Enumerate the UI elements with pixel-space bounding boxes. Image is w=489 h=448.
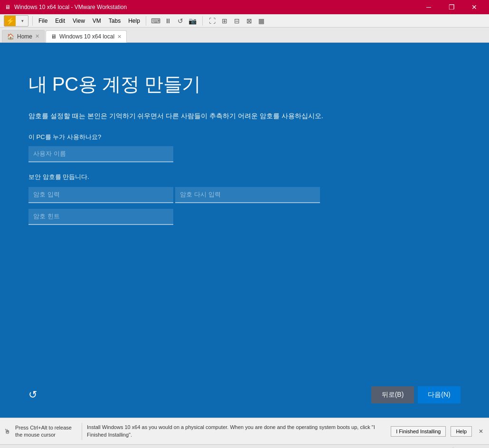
power-icon[interactable]: ⚡ [4, 16, 16, 26]
menu-tabs[interactable]: Tabs [105, 16, 124, 26]
minimize-button[interactable]: ─ [418, 0, 440, 14]
window-controls: ─ ❐ ✕ [418, 0, 485, 14]
ctrl-alt-del-icon[interactable]: ⌨ [150, 16, 161, 26]
stretch-icon[interactable]: ⊠ [244, 16, 255, 26]
home-icon: 🏠 [7, 33, 14, 40]
snapshot-icon[interactable]: 📷 [187, 16, 198, 26]
password-confirm-input[interactable] [175, 187, 320, 203]
status-close-button[interactable]: ✕ [477, 427, 485, 436]
setup-content: 내 PC용 계정 만들기 암호를 설정할 때는 본인은 기억하기 쉬우면서 다른… [28, 43, 461, 418]
menu-vm[interactable]: VM [89, 16, 105, 26]
menu-edit[interactable]: Edit [51, 16, 69, 26]
close-button[interactable]: ✕ [463, 0, 485, 14]
taskbar: To return to your computer, press Ctrl+A… [0, 444, 489, 448]
username-input[interactable] [28, 146, 173, 162]
separator-1 [32, 16, 33, 26]
restore-button[interactable]: ❐ [441, 0, 462, 14]
setup-navigation: ↺ 뒤로(B) 다음(N) [0, 386, 489, 403]
toolbar-group-1: ⌨ ⏸ ↺ 📷 [150, 16, 198, 26]
refresh-icon[interactable]: ↺ [28, 389, 37, 401]
menu-bar: ⚡ ▾ File Edit View VM Tabs Help ⌨ ⏸ ↺ 📷 … [0, 14, 489, 28]
password-section: 보안 암호를 만듭니다. [28, 173, 461, 231]
app-icon: 🖥 [4, 3, 11, 11]
power-chevron[interactable]: ▾ [17, 16, 28, 26]
toolbar-group-2: ⛶ ⊞ ⊟ ⊠ ▦ [207, 16, 267, 26]
separator-3 [202, 16, 203, 26]
menu-view[interactable]: View [69, 16, 89, 26]
help-button[interactable]: Help [451, 426, 472, 437]
rewind-icon[interactable]: ↺ [175, 16, 186, 26]
setup-subtitle: 암호를 설정할 때는 본인은 기억하기 쉬우면서 다른 사람들이 추측하기 어려… [28, 112, 461, 121]
tab-home-close[interactable]: ✕ [35, 33, 39, 39]
title-bar: 🖥 Windows 10 x64 local - VMware Workstat… [0, 0, 489, 14]
window-title: Windows 10 x64 local - VMware Workstatio… [14, 4, 418, 10]
unity-icon[interactable]: ⊞ [219, 16, 230, 26]
tab-home[interactable]: 🏠 Home ✕ [2, 30, 45, 42]
pause-icon[interactable]: ⏸ [162, 16, 174, 26]
next-button[interactable]: 다음(N) [418, 386, 461, 403]
fullscreen-icon[interactable]: ⛶ [207, 16, 218, 26]
tab-vm-label: Windows 10 x64 local [59, 33, 114, 40]
vm-screen: 내 PC용 계정 만들기 암호를 설정할 때는 본인은 기억하기 쉬우면서 다른… [0, 43, 489, 418]
tab-vm[interactable]: 🖥 Windows 10 x64 local ✕ [46, 30, 127, 43]
status-bar: 🖱 Press Ctrl+Alt to release the mouse cu… [0, 418, 489, 444]
status-message: Install Windows 10 x64 as you would on a… [87, 424, 386, 439]
tab-vm-close[interactable]: ✕ [117, 34, 122, 40]
tab-home-label: Home [17, 33, 32, 40]
page-title: 내 PC용 계정 만들기 [28, 71, 461, 97]
password-hint-input[interactable] [28, 209, 173, 225]
ctrl-alt-text: Press Ctrl+Alt to release the mouse curs… [15, 424, 77, 438]
tab-bar: 🏠 Home ✕ 🖥 Windows 10 x64 local ✕ [0, 28, 489, 43]
nav-buttons: 뒤로(B) 다음(N) [371, 386, 461, 403]
vm-icon: 🖥 [51, 33, 56, 40]
password-input[interactable] [28, 187, 173, 203]
password-section-label: 보안 암호를 만듭니다. [28, 173, 461, 181]
console-icon[interactable]: ▦ [256, 16, 267, 26]
finished-installing-button[interactable]: I Finished Installing [391, 426, 446, 437]
power-controls: ⚡ ▾ [4, 15, 28, 27]
mouse-cursor-icon: 🖱 [4, 428, 10, 435]
split-icon[interactable]: ⊟ [231, 16, 243, 26]
who-label: 이 PC를 누가 사용하나요? [28, 133, 461, 141]
back-button[interactable]: 뒤로(B) [371, 386, 414, 403]
status-divider [82, 423, 82, 440]
menu-file[interactable]: File [35, 16, 51, 26]
menu-help[interactable]: Help [124, 16, 144, 26]
separator-2 [146, 16, 146, 26]
